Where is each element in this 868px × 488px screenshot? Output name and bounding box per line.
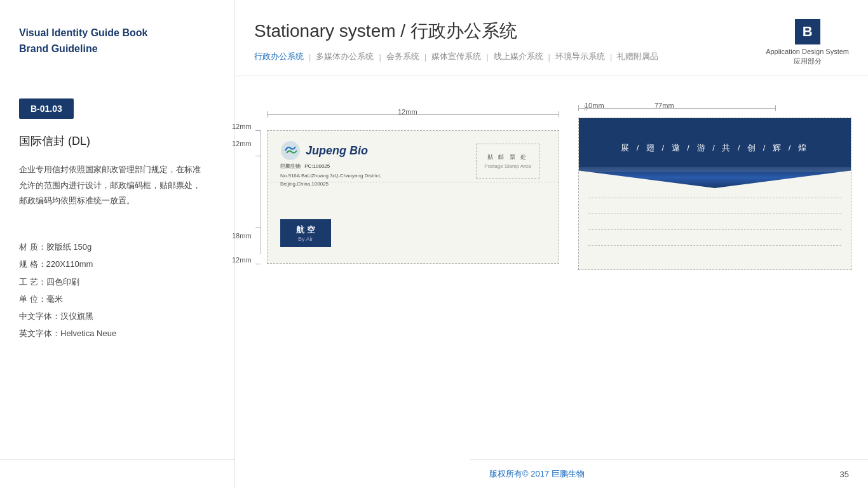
specs-list: 材 质：胶版纸 150g 规 格：220X110mm 工 艺：四色印刷 单 位：… <box>19 238 116 342</box>
sidebar-title-line2: Brand Guideline <box>19 43 215 55</box>
sidebar-title-line1: Visual Identity Guide Book <box>19 25 215 41</box>
nav-item-2[interactable]: 多媒体办公系统 <box>316 51 374 62</box>
brand-icon: B Application Design System 应用部分 <box>766 19 849 67</box>
envelope-area: 12mm 12mm 12mm <box>248 86 855 450</box>
nav-item-6[interactable]: 环境导示系统 <box>555 51 605 62</box>
env-byair-stamp: 航 空 By Air <box>280 219 331 247</box>
env-flap-text: 展 / 翅 / 遨 / 游 / 共 / 创 / 辉 / 煌 <box>579 142 851 154</box>
footer-page: 35 <box>840 470 849 479</box>
env-address: 巨鹏生物 PC:100025 No.916A BaLiZhuang 3d,LCh… <box>280 163 381 188</box>
env-back-box: 展 / 翅 / 遨 / 游 / 共 / 创 / 辉 / 煌 <box>578 118 851 270</box>
envelope-front: 12mm 12mm 12mm <box>261 105 566 264</box>
section-badge: B-01.03 <box>19 98 74 119</box>
spec-craft: 工 艺：四色印刷 <box>19 273 116 290</box>
brand-letter: B <box>795 19 820 44</box>
header-nav: 行政办公系统 | 多媒体办公系统 | 会务系统 | 媒体宣传系统 | 线上媒介系… <box>254 51 849 62</box>
main-content: Stationary system / 行政办公系统 行政办公系统 | 多媒体办… <box>235 0 868 488</box>
footer: 版权所有© 2017 巨鹏生物 35 <box>470 459 868 488</box>
measure-18mm: 18mm <box>232 232 252 240</box>
spec-unit: 单 位：毫米 <box>19 290 116 308</box>
nav-item-3[interactable]: 会务系统 <box>386 51 419 62</box>
spec-en-font: 英文字体：Helvetica Neue <box>19 325 116 342</box>
env-postage-title: 贴 邮 票 处 <box>487 153 529 161</box>
env-postage-box: 贴 邮 票 处 Postage Stamp Area <box>476 144 539 179</box>
env-air-label: 航 空 <box>296 224 315 236</box>
sidebar-footer <box>0 459 235 488</box>
env-front-box: Jupeng Bio 巨鹏生物 PC:100025 No.916A BaLiZh… <box>267 130 559 264</box>
env-postage-sub: Postage Stamp Area <box>484 163 531 169</box>
header-title: Stationary system / 行政办公系统 <box>254 19 849 43</box>
footer-copyright: 版权所有© 2017 巨鹏生物 <box>489 468 585 480</box>
nav-item-1[interactable]: 行政办公系统 <box>254 51 304 62</box>
envelope-back: 77mm 10mm 展 / 翅 / 遨 / 游 / 共 / 创 / 辉 / 煌 <box>578 98 851 270</box>
section-title: 国际信封 (DL) <box>19 133 90 149</box>
nav-item-7[interactable]: 礼赠附属品 <box>617 51 658 62</box>
spec-size: 规 格：220X110mm <box>19 255 116 273</box>
measure-top-header: 12mm <box>398 108 417 116</box>
nav-item-4[interactable]: 媒体宣传系统 <box>431 51 481 62</box>
env-logo-area: Jupeng Bio <box>280 140 368 161</box>
measure-12mm-top: 12mm <box>232 123 252 130</box>
section-description: 企业专用信封依照国家邮政管理部门规定，在标准允许的范围内进行设计，邮政编码框，贴… <box>19 162 203 209</box>
env-air-sub: By Air <box>296 236 315 242</box>
spec-material: 材 质：胶版纸 150g <box>19 238 116 255</box>
env-flap: 展 / 翅 / 遨 / 游 / 共 / 创 / 辉 / 煌 <box>579 118 851 188</box>
spec-cn-font: 中文字体：汉仪旗黑 <box>19 308 116 325</box>
header: Stationary system / 行政办公系统 行政办公系统 | 多媒体办… <box>235 0 868 76</box>
env-company-name-en: Jupeng Bio <box>306 144 368 158</box>
measure-12mm-bot: 12mm <box>232 256 252 264</box>
env-company-cn: 巨鹏生物 PC:100025 <box>280 163 381 171</box>
company-logo-icon <box>280 140 301 161</box>
brand-label: Application Design System 应用部分 <box>766 47 849 67</box>
measure-12mm-top2: 12mm <box>232 140 252 147</box>
nav-item-5[interactable]: 线上媒介系统 <box>494 51 543 62</box>
